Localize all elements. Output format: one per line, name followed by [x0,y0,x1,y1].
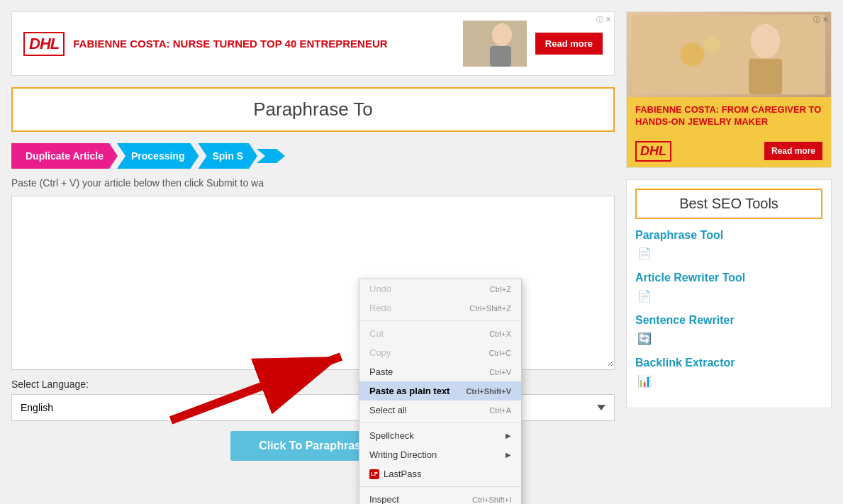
seo-tool-sentence: Sentence Rewriter 🔄 [635,314,822,348]
context-menu: Undo Ctrl+Z Redo Ctrl+Shift+Z Cut Ctrl+X… [359,279,522,504]
context-undo-label: Undo [369,284,391,294]
lastpass-icon: LP [369,469,379,479]
seo-tools-title: Best SEO Tools [635,189,822,219]
seo-tool-backlink-link[interactable]: Backlink Extractor [635,357,822,369]
sidebar-ad: ⓘ ✕ FABIENNE COSTA: FROM CAREGIVER TO HA… [626,11,832,168]
svg-rect-5 [632,15,825,95]
context-menu-spellcheck[interactable]: Spellcheck ▶ [359,426,521,445]
context-copy-shortcut: Ctrl+C [489,349,511,357]
context-menu-paste[interactable]: Paste Ctrl+V [359,362,521,381]
context-paste-plain-label: Paste as plain text [369,386,450,396]
context-separator-3 [359,486,521,487]
context-undo-shortcut: Ctrl+Z [490,285,511,293]
step-3: Spin S [198,143,257,169]
step-4 [257,149,285,163]
context-separator-2 [359,422,521,423]
context-menu-cut[interactable]: Cut Ctrl+X [359,324,521,343]
context-spellcheck-arrow: ▶ [506,432,511,439]
context-lastpass-inner: LP LastPass [369,469,421,479]
svg-point-1 [492,23,512,46]
seo-tool-rewriter-icon: 📄 [635,287,654,306]
context-inspect-shortcut: Ctrl+Shift+I [472,495,511,504]
ad-text: FABIENNE COSTA: NURSE TURNED TOP 40 ENTR… [73,37,454,51]
sidebar-ad-inner: FABIENNE COSTA: FROM CAREGIVER TO HANDS-… [627,97,831,135]
seo-tool-paraphrase-link[interactable]: Paraphrase Tool [635,229,822,242]
context-paste-label: Paste [369,366,393,377]
svg-point-8 [681,43,705,67]
language-select[interactable]: English French Spanish German Italian Po… [11,394,615,421]
instruction-text: Paste (Ctrl + V) your article below then… [11,177,615,189]
context-redo-shortcut: Ctrl+Shift+Z [469,304,511,313]
context-menu-select-all[interactable]: Select all Ctrl+A [359,401,521,420]
context-inspect-label: Inspect [369,494,399,504]
context-cut-label: Cut [369,328,384,339]
ad-close-icon[interactable]: ⓘ ✕ [596,15,611,25]
context-separator-1 [359,320,521,321]
context-menu-lastpass[interactable]: LP LastPass [359,464,521,483]
sidebar-dhl-logo: DHL [635,141,671,162]
submit-wrapper: Click To Paraphrase [11,431,615,461]
sidebar-ad-image [627,12,831,97]
seo-tool-backlink-icon: 📊 [635,372,654,391]
tool-area: Paraphrase To Duplicate Article Processi… [11,87,615,461]
context-menu-redo[interactable]: Redo Ctrl+Shift+Z [359,298,521,318]
steps-bar: Duplicate Article Processing Spin S [11,143,615,169]
context-menu-paste-plain[interactable]: Paste as plain text Ctrl+Shift+V [359,381,521,401]
context-menu-inspect[interactable]: Inspect Ctrl+Shift+I [359,490,521,504]
svg-point-6 [751,24,780,59]
context-cut-shortcut: Ctrl+X [489,330,511,338]
seo-tool-sentence-link[interactable]: Sentence Rewriter [635,314,822,327]
step-1: Duplicate Article [11,143,118,169]
context-menu-copy[interactable]: Copy Ctrl+C [359,343,521,362]
context-menu-undo[interactable]: Undo Ctrl+Z [359,279,521,298]
context-select-all-label: Select all [369,405,407,415]
svg-rect-2 [490,46,511,67]
sidebar-read-more-button[interactable]: Read more [764,142,822,160]
dhl-logo: DHL [23,32,65,56]
article-textarea[interactable] [12,196,614,366]
context-paste-shortcut: Ctrl+V [489,368,511,376]
step-2: Processing [117,143,199,169]
language-label: Select Language: [11,379,615,390]
seo-tool-rewriter-link[interactable]: Article Rewriter Tool [635,271,822,284]
tool-title: Paraphrase To [11,87,615,132]
seo-tools-box: Best SEO Tools Paraphrase Tool 📄 Article… [626,179,832,408]
ad-banner: ⓘ ✕ DHL FABIENNE COSTA: NURSE TURNED TOP… [11,11,615,76]
context-lastpass-label: LastPass [384,469,421,479]
seo-tool-rewriter: Article Rewriter Tool 📄 [635,271,822,306]
ad-headline: FABIENNE COSTA: NURSE TURNED TOP 40 ENTR… [73,37,454,51]
context-writing-dir-label: Writing Direction [369,449,437,460]
svg-rect-7 [749,59,782,95]
context-redo-label: Redo [369,303,391,313]
seo-tool-backlink: Backlink Extractor 📊 [635,357,822,391]
context-writing-dir-arrow: ▶ [506,451,511,459]
article-textarea-wrapper [11,196,615,370]
person-image [463,21,527,67]
context-menu-writing-direction[interactable]: Writing Direction ▶ [359,445,521,464]
sidebar: ⓘ ✕ FABIENNE COSTA: FROM CAREGIVER TO HA… [626,11,832,461]
context-select-all-shortcut: Ctrl+A [489,406,511,415]
seo-tool-paraphrase-icon: 📄 [635,245,654,263]
ad-image [463,21,527,67]
seo-tool-sentence-icon: 🔄 [635,330,654,348]
seo-tool-paraphrase: Paraphrase Tool 📄 [635,229,822,263]
language-section: Select Language: English French Spanish … [11,379,615,421]
context-paste-plain-shortcut: Ctrl+Shift+V [466,387,511,396]
sidebar-ad-close-icon[interactable]: ⓘ ✕ [813,15,828,25]
svg-point-9 [704,37,720,53]
sidebar-ad-headline: FABIENNE COSTA: FROM CAREGIVER TO HANDS-… [635,104,822,128]
sidebar-ad-footer: DHL Read more [627,135,831,167]
context-spellcheck-label: Spellcheck [369,430,414,441]
context-copy-label: Copy [369,347,391,358]
ad-read-more-button[interactable]: Read more [535,33,603,55]
